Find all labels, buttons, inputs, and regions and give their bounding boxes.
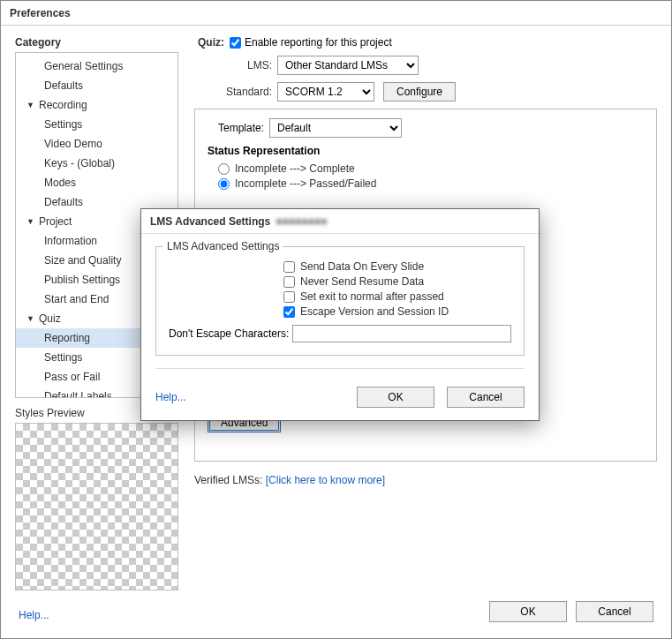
escape-version-label: Escape Version and Session ID (300, 305, 449, 318)
status-rep-title: Status Representation (208, 145, 644, 157)
ok-button[interactable]: OK (489, 601, 567, 622)
send-data-checkbox[interactable] (283, 261, 295, 273)
template-label: Template: (208, 122, 269, 134)
exit-normal-label: Set exit to normal after passed (300, 290, 444, 303)
tree-item[interactable]: Settings (16, 115, 177, 134)
dialog-cancel-button[interactable]: Cancel (447, 387, 525, 408)
status-passed-label: Incomplete ---> Passed/Failed (235, 177, 376, 190)
send-data-label: Send Data On Every Slide (300, 260, 424, 273)
enable-reporting-label: Enable reporting for this project (245, 36, 392, 49)
chevron-down-icon[interactable]: ▼ (26, 97, 35, 113)
chevron-down-icon[interactable]: ▼ (26, 214, 35, 229)
lms-label: LMS: (224, 59, 277, 71)
dialog-ok-button[interactable]: OK (357, 387, 434, 408)
exit-normal-checkbox[interactable] (283, 291, 295, 303)
status-passed-radio[interactable] (218, 178, 230, 190)
tree-item[interactable]: Modes (16, 173, 177, 192)
help-link[interactable]: Help... (19, 609, 49, 621)
dialog-title: LMS Advanced Settings (150, 215, 270, 228)
tree-group-label: Project (39, 214, 72, 229)
cancel-button[interactable]: Cancel (576, 601, 653, 622)
dont-escape-input[interactable] (292, 325, 511, 342)
standard-select[interactable]: SCORM 1.2 (277, 82, 374, 101)
lms-advanced-dialog: LMS Advanced Settings ■■■■■■■■ LMS Advan… (140, 208, 540, 421)
escape-version-checkbox[interactable] (283, 306, 295, 318)
never-resume-label: Never Send Resume Data (300, 275, 424, 288)
verified-link[interactable]: [Click here to know more] (266, 474, 385, 486)
tree-group-label: Quiz (39, 311, 61, 327)
tree-item[interactable]: Video Demo (16, 134, 177, 154)
tree-group-label: Recording (39, 97, 87, 113)
template-select[interactable]: Default (269, 118, 402, 138)
enable-reporting-checkbox[interactable] (230, 37, 241, 49)
chevron-down-icon[interactable]: ▼ (26, 311, 35, 327)
status-complete-label: Incomplete ---> Complete (235, 162, 355, 175)
tree-item[interactable]: Defaults (16, 76, 177, 95)
configure-button[interactable]: Configure (383, 82, 456, 101)
verified-label: Verified LMSs: (194, 474, 262, 486)
dont-escape-label: Don't Escape Characters: (169, 327, 289, 340)
fieldset-legend: LMS Advanced Settings (163, 240, 283, 252)
window-title: Preferences (1, 1, 671, 26)
lms-select[interactable]: Other Standard LMSs (277, 56, 419, 75)
tree-item[interactable]: Keys - (Global) (16, 154, 177, 173)
quiz-label: Quiz: (194, 36, 230, 49)
status-complete-radio[interactable] (218, 163, 230, 175)
never-resume-checkbox[interactable] (283, 276, 295, 288)
tree-item[interactable]: General Settings (16, 56, 177, 76)
category-heading: Category (15, 36, 178, 49)
styles-preview (15, 423, 178, 590)
dialog-help-link[interactable]: Help... (155, 391, 186, 403)
standard-label: Standard: (224, 86, 277, 98)
tree-group[interactable]: ▼Recording (16, 95, 177, 115)
